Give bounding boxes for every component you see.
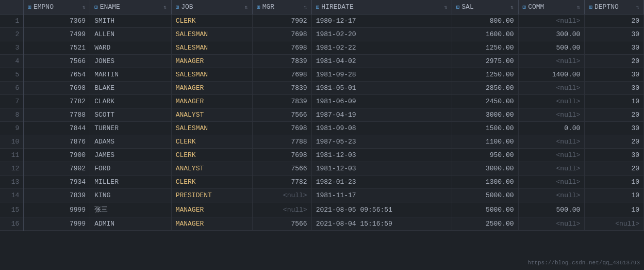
col-sal[interactable]: ⊞ SAL ⇅ (452, 0, 518, 14)
cell-ename: MILLER (90, 176, 171, 189)
cell-job: SALESMAN (171, 41, 252, 55)
mgr-sort[interactable]: ⇅ (304, 4, 307, 10)
cell-rownum: 6 (0, 82, 24, 95)
table-row[interactable]: 137934MILLERCLERK77821982-01-231300.00<n… (0, 176, 644, 189)
table-row[interactable]: 77782CLARKMANAGER78391981-06-092450.00<n… (0, 95, 644, 108)
table-row[interactable]: 47566JONESMANAGER78391981-04-022975.00<n… (0, 55, 644, 68)
cell-job: MANAGER (171, 55, 252, 68)
cell-comm: 500.00 (518, 41, 585, 55)
cell-rownum: 12 (0, 162, 24, 176)
deptno-sort[interactable]: ⇅ (636, 4, 639, 10)
cell-ename: SCOTT (90, 108, 171, 122)
col-comm[interactable]: ⊞ COMM ⇅ (518, 0, 585, 14)
cell-ename: SMITH (90, 14, 171, 28)
cell-empno: 7369 (24, 14, 90, 28)
comm-sort[interactable]: ⇅ (577, 4, 580, 10)
job-sort[interactable]: ⇅ (245, 4, 248, 10)
hiredate-sort[interactable]: ⇅ (444, 4, 448, 10)
cell-deptno: 30 (585, 68, 644, 82)
watermark: https://blog.csdn.net/qq_43613793 (527, 260, 640, 266)
cell-comm: <null> (518, 82, 585, 95)
cell-comm: <null> (518, 176, 585, 189)
cell-sal: 2500.00 (452, 217, 518, 231)
cell-hiredate: 2021-08-04 15:16:59 (311, 217, 452, 231)
table-row[interactable]: 167999ADMINMANAGER75662021-08-04 15:16:5… (0, 217, 644, 231)
cell-rownum: 8 (0, 108, 24, 122)
cell-ename: ADAMS (90, 135, 171, 149)
cell-comm: 500.00 (518, 202, 585, 217)
col-rownum (0, 0, 24, 14)
table-row[interactable]: 17369SMITHCLERK79021980-12-17800.00<null… (0, 14, 644, 28)
cell-empno: 7999 (24, 217, 90, 231)
sal-sort[interactable]: ⇅ (511, 4, 514, 10)
cell-comm: 300.00 (518, 28, 585, 41)
ename-icon: ⊞ (94, 4, 98, 10)
col-ename[interactable]: ⊞ ENAME ⇅ (90, 0, 171, 14)
col-deptno[interactable]: ⊞ DEPTNO ⇅ (585, 0, 644, 14)
cell-sal: 3000.00 (452, 108, 518, 122)
cell-sal: 1250.00 (452, 68, 518, 82)
cell-sal: 5000.00 (452, 202, 518, 217)
cell-sal: 2450.00 (452, 95, 518, 108)
cell-mgr: <null> (253, 189, 312, 202)
table-row[interactable]: 37521WARDSALESMAN76981981-02-221250.0050… (0, 41, 644, 55)
cell-ename: TURNER (90, 122, 171, 135)
col-hiredate[interactable]: ⊞ HIREDATE ⇅ (311, 0, 452, 14)
table-row[interactable]: 57654MARTINSALESMAN76981981-09-281250.00… (0, 68, 644, 82)
cell-deptno: 30 (585, 82, 644, 95)
cell-rownum: 7 (0, 95, 24, 108)
job-icon: ⊞ (176, 4, 179, 10)
cell-sal: 2975.00 (452, 55, 518, 68)
cell-hiredate: 1981-06-09 (311, 95, 452, 108)
cell-hiredate: 1981-09-08 (311, 122, 452, 135)
col-mgr[interactable]: ⊞ MGR ⇅ (253, 0, 312, 14)
table-row[interactable]: 87788SCOTTANALYST75661987-04-193000.00<n… (0, 108, 644, 122)
col-comm-label: COMM (528, 3, 544, 11)
table-row[interactable]: 67698BLAKEMANAGER78391981-05-012850.00<n… (0, 82, 644, 95)
col-ename-label: ENAME (100, 3, 120, 11)
cell-job: CLERK (171, 149, 252, 162)
empno-icon: ⊞ (28, 4, 31, 10)
cell-deptno: <null> (585, 217, 644, 231)
cell-empno: 7499 (24, 28, 90, 41)
cell-sal: 800.00 (452, 14, 518, 28)
cell-comm: <null> (518, 149, 585, 162)
table-row[interactable]: 117900JAMESCLERK76981981-12-03950.00<nul… (0, 149, 644, 162)
deptno-icon: ⊞ (589, 4, 592, 10)
col-job-label: JOB (181, 3, 193, 11)
table-row[interactable]: 27499ALLENSALESMAN76981981-02-201600.003… (0, 28, 644, 41)
cell-empno: 7844 (24, 122, 90, 135)
cell-job: CLERK (171, 176, 252, 189)
cell-deptno: 20 (585, 135, 644, 149)
cell-mgr: 7698 (253, 41, 312, 55)
cell-comm: <null> (518, 55, 585, 68)
table-row[interactable]: 97844TURNERSALESMAN76981981-09-081500.00… (0, 122, 644, 135)
table-row[interactable]: 147839KINGPRESIDENT<null>1981-11-175000.… (0, 189, 644, 202)
ename-sort[interactable]: ⇅ (164, 4, 167, 10)
cell-rownum: 9 (0, 122, 24, 135)
table-row[interactable]: 107876ADAMSCLERK77881987-05-231100.00<nu… (0, 135, 644, 149)
cell-deptno: 30 (585, 149, 644, 162)
cell-hiredate: 1982-01-23 (311, 176, 452, 189)
cell-mgr: 7839 (253, 82, 312, 95)
col-sal-label: SAL (461, 3, 473, 11)
empno-sort[interactable]: ⇅ (82, 4, 86, 10)
cell-comm: <null> (518, 14, 585, 28)
cell-deptno: 20 (585, 55, 644, 68)
cell-hiredate: 1980-12-17 (311, 14, 452, 28)
cell-ename: CLARK (90, 95, 171, 108)
cell-hiredate: 1981-11-17 (311, 189, 452, 202)
cell-empno: 7654 (24, 68, 90, 82)
cell-job: ANALYST (171, 108, 252, 122)
cell-hiredate: 1981-12-03 (311, 162, 452, 176)
cell-ename: ADMIN (90, 217, 171, 231)
table-row[interactable]: 127902FORDANALYST75661981-12-033000.00<n… (0, 162, 644, 176)
table-row[interactable]: 159999张三MANAGER<null>2021-08-05 09:56:51… (0, 202, 644, 217)
cell-ename: KING (90, 189, 171, 202)
col-empno[interactable]: ⊞ EMPNO ⇅ (24, 0, 90, 14)
cell-hiredate: 1981-05-01 (311, 82, 452, 95)
cell-hiredate: 2021-08-05 09:56:51 (311, 202, 452, 217)
cell-job: SALESMAN (171, 122, 252, 135)
cell-mgr: 7698 (253, 122, 312, 135)
col-job[interactable]: ⊞ JOB ⇅ (171, 0, 252, 14)
